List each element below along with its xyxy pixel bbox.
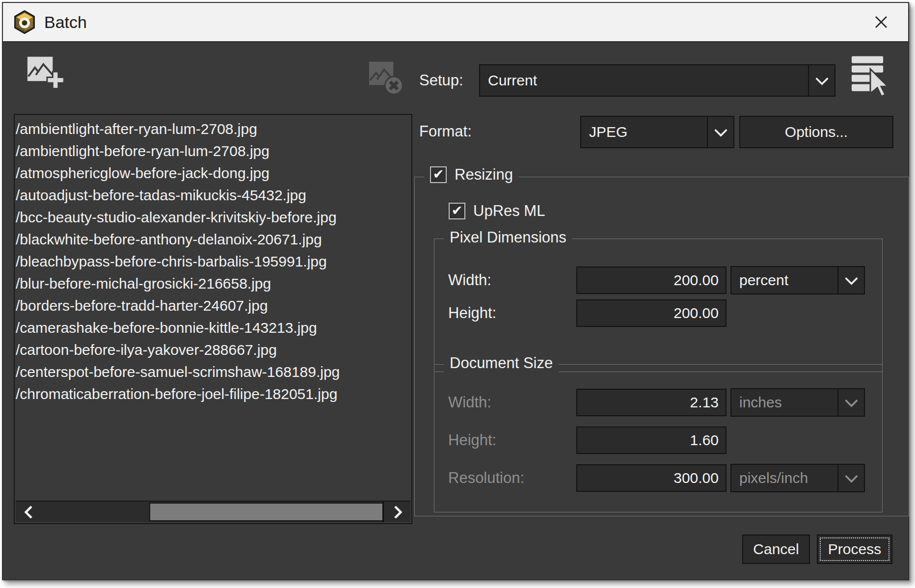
file-list-item[interactable]: /centerspot-before-samuel-scrimshaw-1681… <box>16 361 411 383</box>
scrollbar-thumb[interactable] <box>149 503 388 521</box>
ds-resolution-unit-value: pixels/inch <box>731 470 837 486</box>
ds-height-input <box>576 427 727 454</box>
format-select-value: JPEG <box>581 124 707 140</box>
ds-resolution-label: Resolution: <box>448 464 524 492</box>
window-title: Batch <box>44 13 87 32</box>
file-list-item[interactable]: /chromaticaberration-before-joel-filipe-… <box>16 383 411 405</box>
pd-width-unit-value: percent <box>731 272 837 289</box>
ds-resolution-input <box>576 464 727 492</box>
setup-select-arrow[interactable] <box>808 65 834 96</box>
check-icon: ✔ <box>452 204 463 217</box>
close-button[interactable] <box>871 12 891 32</box>
ds-height-label: Height: <box>448 427 496 454</box>
pd-width-unit-select[interactable]: percent <box>730 266 865 294</box>
setup-select-value: Current <box>480 72 808 89</box>
resizing-checkbox[interactable]: ✔ <box>430 166 447 183</box>
scroll-left-button[interactable] <box>16 502 42 522</box>
file-list-item[interactable]: /blackwhite-before-anthony-delanoix-2067… <box>16 228 411 250</box>
ds-width-unit-arrow <box>837 389 864 416</box>
apply-setup-icon <box>850 55 890 98</box>
file-list-item[interactable]: /cartoon-before-ilya-yakover-288667.jpg <box>16 339 411 361</box>
add-images-button[interactable] <box>27 53 66 94</box>
file-list-item[interactable]: /ambientlight-before-ryan-lum-2708.jpg <box>16 140 411 162</box>
format-label: Format: <box>419 116 472 147</box>
setup-label: Setup: <box>419 64 463 97</box>
file-list-item[interactable]: /bcc-beauty-studio-alexander-krivitskiy-… <box>16 206 411 228</box>
upres-ml-checkbox[interactable]: ✔ <box>449 203 465 219</box>
chevron-down-icon <box>714 124 727 137</box>
file-list-item[interactable]: /ambientlight-after-ryan-lum-2708.jpg <box>16 118 411 140</box>
format-options-button[interactable]: Options... <box>739 116 893 148</box>
file-list-item[interactable]: /bleachbypass-before-chris-barbalis-1959… <box>16 250 411 272</box>
pd-height-input[interactable] <box>576 299 727 327</box>
upres-ml-row: ✔ UpRes ML <box>449 202 545 220</box>
close-icon <box>872 13 890 31</box>
file-list-item[interactable]: /camerashake-before-bonnie-kittle-143213… <box>16 317 411 339</box>
titlebar: Batch <box>3 3 908 42</box>
pd-width-unit-arrow[interactable] <box>837 267 864 294</box>
ds-width-label: Width: <box>448 389 491 416</box>
chevron-down-icon <box>845 394 858 407</box>
file-list-item[interactable]: /borders-before-tradd-harter-24607.jpg <box>16 294 411 317</box>
format-select[interactable]: JPEG <box>580 116 734 148</box>
ds-resolution-unit-select: pixels/inch <box>730 464 865 492</box>
ds-width-unit-value: inches <box>731 394 837 411</box>
chevron-down-icon <box>845 272 858 285</box>
file-list[interactable]: /ambientlight-after-ryan-lum-2708.jpg/am… <box>14 114 412 524</box>
ds-resolution-unit-arrow <box>837 465 864 491</box>
remove-images-icon <box>368 59 405 96</box>
remove-images-button <box>368 59 405 98</box>
check-icon: ✔ <box>433 168 444 181</box>
format-select-arrow[interactable] <box>707 117 733 147</box>
resizing-legend: ✔ Resizing <box>424 166 519 184</box>
cancel-button[interactable]: Cancel <box>742 535 810 564</box>
apply-setup-button[interactable] <box>850 55 890 100</box>
pd-width-input[interactable] <box>576 267 727 294</box>
dialog-body: Setup: Current /ambientlight-after-ryan-… <box>3 42 908 579</box>
chevron-down-icon <box>845 470 858 483</box>
chevron-right-icon <box>389 506 403 519</box>
pd-height-label: Height: <box>448 300 496 326</box>
horizontal-scrollbar[interactable] <box>16 501 410 522</box>
ds-width-unit-select: inches <box>730 388 865 417</box>
file-list-item[interactable]: /autoadjust-before-tadas-mikuckis-45432.… <box>16 184 411 206</box>
upres-ml-label: UpRes ML <box>473 202 545 220</box>
pd-width-label: Width: <box>448 267 491 294</box>
batch-dialog: Batch Setup: <box>2 2 909 580</box>
process-button[interactable]: Process <box>817 535 892 564</box>
file-list-item[interactable]: /blur-before-michal-grosicki-216658.jpg <box>16 272 411 294</box>
resizing-label: Resizing <box>455 166 513 184</box>
ds-width-input <box>576 389 727 416</box>
scroll-right-button[interactable] <box>382 502 410 522</box>
document-size-title: Document Size <box>444 354 559 372</box>
file-list-item[interactable]: /atmosphericglow-before-jack-dong.jpg <box>16 162 411 184</box>
pixel-dimensions-title: Pixel Dimensions <box>444 229 572 246</box>
setup-select[interactable]: Current <box>479 64 835 97</box>
file-list-items: /ambientlight-after-ryan-lum-2708.jpg/am… <box>16 118 411 405</box>
chevron-down-icon <box>815 72 829 85</box>
add-images-icon <box>27 53 66 92</box>
app-logo-icon <box>14 10 35 34</box>
chevron-left-icon <box>24 506 37 519</box>
